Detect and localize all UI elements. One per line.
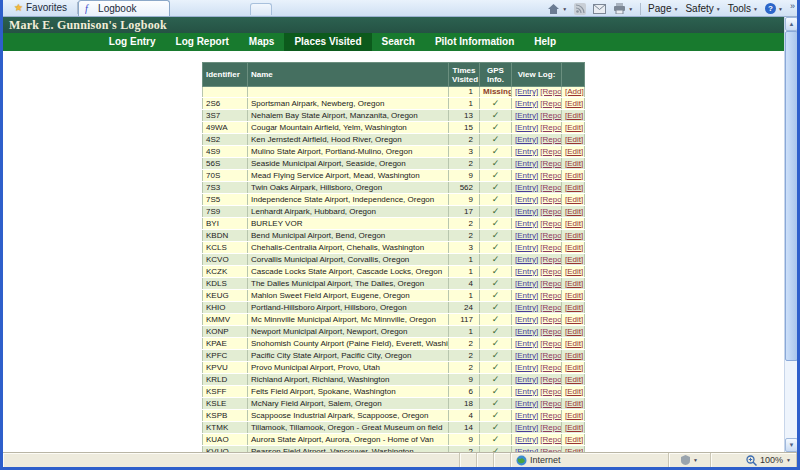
entry-link[interactable]: [Entry] xyxy=(515,315,538,324)
nav-item-help[interactable]: Help xyxy=(524,33,566,51)
report-link[interactable]: [Report] xyxy=(540,339,561,348)
edit-link[interactable]: [Edit] xyxy=(565,195,583,204)
entry-link[interactable]: [Entry] xyxy=(515,123,538,132)
edit-link[interactable]: [Edit] xyxy=(565,411,583,420)
entry-link[interactable]: [Entry] xyxy=(515,255,538,264)
entry-link[interactable]: [Entry] xyxy=(515,435,538,444)
edit-link[interactable]: [Edit] xyxy=(565,279,583,288)
entry-link[interactable]: [Entry] xyxy=(515,231,538,240)
entry-link[interactable]: [Entry] xyxy=(515,183,538,192)
entry-link[interactable]: [Entry] xyxy=(515,303,538,312)
report-link[interactable]: [Report] xyxy=(540,279,561,288)
edit-link[interactable]: [Edit] xyxy=(565,243,583,252)
edit-link[interactable]: [Edit] xyxy=(565,387,583,396)
entry-link[interactable]: [Entry] xyxy=(515,411,538,420)
edit-link[interactable]: [Edit] xyxy=(565,231,583,240)
edit-link[interactable]: [Edit] xyxy=(565,303,583,312)
nav-item-log-report[interactable]: Log Report xyxy=(166,33,239,51)
home-button[interactable]: ▼ xyxy=(547,3,567,15)
report-link[interactable]: [Report] xyxy=(540,159,561,168)
report-link[interactable]: [Report] xyxy=(540,435,561,444)
entry-link[interactable]: [Entry] xyxy=(515,267,538,276)
entry-link[interactable]: [Entry] xyxy=(515,147,538,156)
report-link[interactable]: [Report] xyxy=(540,423,561,432)
report-link[interactable]: [Report] xyxy=(540,147,561,156)
edit-link[interactable]: [Edit] xyxy=(565,351,583,360)
scroll-down-arrow-icon[interactable]: ▼ xyxy=(785,438,798,452)
entry-link[interactable]: [Entry] xyxy=(515,99,538,108)
report-link[interactable]: [Report] xyxy=(540,411,561,420)
edit-link[interactable]: [Edit] xyxy=(565,99,583,108)
edit-link[interactable]: [Edit] xyxy=(565,327,583,336)
report-link[interactable]: [Report] xyxy=(540,303,561,312)
edit-link[interactable]: [Edit] xyxy=(565,171,583,180)
report-link[interactable]: [Report] xyxy=(540,231,561,240)
help-menu-button[interactable]: ? ▼ xyxy=(765,3,783,14)
edit-link[interactable]: [Edit] xyxy=(565,363,583,372)
report-link[interactable]: [Report] xyxy=(540,399,561,408)
report-link[interactable]: [Report] xyxy=(540,195,561,204)
report-link[interactable]: [Report] xyxy=(540,171,561,180)
entry-link[interactable]: [Entry] xyxy=(515,387,538,396)
nav-item-places-visited[interactable]: Places Visited xyxy=(284,33,371,51)
tools-menu-button[interactable]: Tools ▼ xyxy=(728,3,758,14)
report-link[interactable]: [Report] xyxy=(540,291,561,300)
entry-link[interactable]: [Entry] xyxy=(515,87,538,96)
entry-link[interactable]: [Entry] xyxy=(515,327,538,336)
safety-menu-button[interactable]: Safety ▼ xyxy=(685,3,720,14)
overflow-chevron[interactable]: » xyxy=(790,1,795,11)
entry-link[interactable]: [Entry] xyxy=(515,447,538,453)
nav-item-search[interactable]: Search xyxy=(372,33,425,51)
edit-link[interactable]: [Edit] xyxy=(565,147,583,156)
edit-link[interactable]: [Edit] xyxy=(565,267,583,276)
read-mail-button[interactable] xyxy=(593,4,606,14)
edit-link[interactable]: [Edit] xyxy=(565,423,583,432)
scrollbar-thumb[interactable] xyxy=(785,31,798,361)
favorites-button[interactable]: ★ Favorites xyxy=(6,0,75,15)
entry-link[interactable]: [Entry] xyxy=(515,171,538,180)
report-link[interactable]: [Report] xyxy=(540,219,561,228)
edit-link[interactable]: [Edit] xyxy=(565,219,583,228)
report-link[interactable]: [Report] xyxy=(540,315,561,324)
edit-link[interactable]: [Edit] xyxy=(565,135,583,144)
report-link[interactable]: [Report] xyxy=(540,375,561,384)
vertical-scrollbar[interactable]: ▲ ▼ xyxy=(784,17,797,452)
report-link[interactable]: [Report] xyxy=(540,351,561,360)
entry-link[interactable]: [Entry] xyxy=(515,195,538,204)
report-link[interactable]: [Report] xyxy=(540,207,561,216)
edit-link[interactable]: [Edit] xyxy=(565,123,583,132)
report-link[interactable]: [Report] xyxy=(540,255,561,264)
edit-link[interactable]: [Edit] xyxy=(565,375,583,384)
report-link[interactable]: [Report] xyxy=(540,267,561,276)
entry-link[interactable]: [Entry] xyxy=(515,351,538,360)
feeds-button[interactable] xyxy=(574,3,586,15)
edit-link[interactable]: [Edit] xyxy=(565,183,583,192)
protected-mode-button[interactable]: ▼ xyxy=(669,453,711,467)
nav-item-maps[interactable]: Maps xyxy=(239,33,285,51)
edit-link[interactable]: [Edit] xyxy=(565,207,583,216)
edit-link[interactable]: [Edit] xyxy=(565,315,583,324)
entry-link[interactable]: [Entry] xyxy=(515,291,538,300)
nav-item-log-entry[interactable]: Log Entry xyxy=(99,33,166,51)
entry-link[interactable]: [Entry] xyxy=(515,279,538,288)
entry-link[interactable]: [Entry] xyxy=(515,243,538,252)
report-link[interactable]: [Report] xyxy=(540,123,561,132)
report-link[interactable]: [Report] xyxy=(540,447,561,453)
entry-link[interactable]: [Entry] xyxy=(515,375,538,384)
report-link[interactable]: [Report] xyxy=(540,87,561,96)
new-tab-button[interactable] xyxy=(250,3,272,15)
edit-link[interactable]: [Edit] xyxy=(565,339,583,348)
print-button[interactable]: ▼ xyxy=(613,3,633,14)
entry-link[interactable]: [Entry] xyxy=(515,219,538,228)
scroll-up-arrow-icon[interactable]: ▲ xyxy=(785,17,798,31)
report-link[interactable]: [Report] xyxy=(540,243,561,252)
tab-logbook[interactable]: f Logbook xyxy=(78,0,170,16)
edit-link[interactable]: [Edit] xyxy=(565,291,583,300)
edit-link[interactable]: [Edit] xyxy=(565,447,583,453)
report-link[interactable]: [Report] xyxy=(540,387,561,396)
nav-item-pilot-information[interactable]: Pilot Information xyxy=(425,33,524,51)
page-menu-button[interactable]: Page ▼ xyxy=(648,3,678,14)
zoom-control[interactable]: 100% ▼ xyxy=(711,453,797,467)
edit-link[interactable]: [Edit] xyxy=(565,399,583,408)
entry-link[interactable]: [Entry] xyxy=(515,111,538,120)
